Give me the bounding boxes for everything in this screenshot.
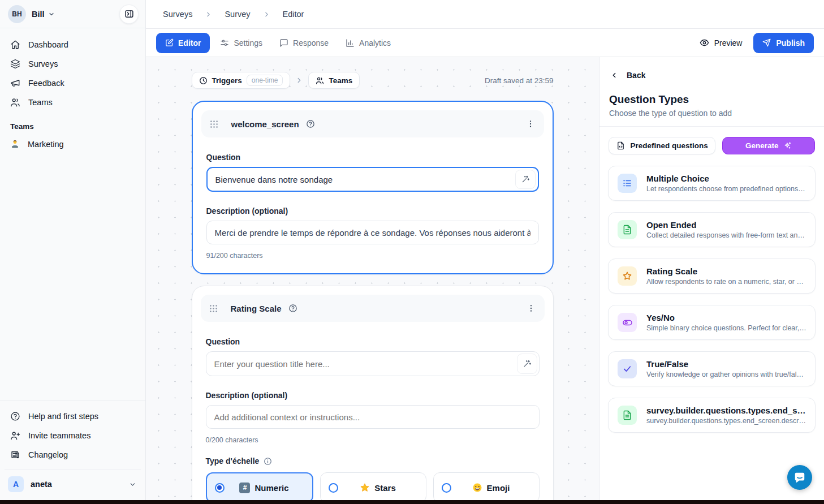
clock-icon <box>199 76 208 85</box>
chevron-left-icon <box>610 71 618 79</box>
question-type-multiple-choice[interactable]: Multiple Choice Let respondents choose f… <box>608 166 816 201</box>
question-type-open-ended[interactable]: Open Ended Collect detailed responses wi… <box>608 212 816 247</box>
publish-label: Publish <box>776 38 805 48</box>
question-card-welcome-screen[interactable]: welcome_screen Question <box>192 101 554 274</box>
users-icon <box>316 76 324 85</box>
radio-selected <box>215 483 225 493</box>
layers-icon <box>10 59 20 69</box>
app-window: BH Bill Dashboard Surv <box>0 0 824 500</box>
sidebar-nav: Dashboard Surveys Feedback Teams <box>0 28 145 112</box>
account-avatar: A <box>8 476 24 492</box>
char-counter: 0/200 characters <box>206 436 540 444</box>
workspace-switcher[interactable]: BH Bill <box>0 0 145 28</box>
sidebar-item-surveys[interactable]: Surveys <box>5 54 141 74</box>
sidebar-item-dashboard[interactable]: Dashboard <box>5 35 141 54</box>
bar-chart-icon <box>346 38 355 48</box>
scale-option-emoji[interactable]: Emoji <box>433 472 540 500</box>
scale-option-stars[interactable]: Stars <box>320 472 426 500</box>
question-type-title: Rating Scale <box>646 266 807 276</box>
sidebar-item-changelog[interactable]: Changelog <box>5 445 141 464</box>
megaphone-icon <box>10 78 20 88</box>
scale-option-numeric[interactable]: # Numeric <box>206 472 313 500</box>
description-field-label: Description (optional) <box>206 206 539 216</box>
scale-option-label: Numeric <box>254 483 288 493</box>
breadcrumb-survey[interactable]: Survey <box>225 10 250 19</box>
breadcrumb-editor[interactable]: Editor <box>283 10 304 19</box>
tab-response[interactable]: Response <box>273 33 335 53</box>
editor-toolbar: Editor Settings Response Analytics <box>146 29 824 57</box>
card-menu-button[interactable] <box>526 119 535 128</box>
question-types-panel: Back Question Types Choose the type of q… <box>599 57 824 500</box>
tab-label: Editor <box>178 38 201 48</box>
question-type-end-screen[interactable]: survey.builder.questions.types.end_scr..… <box>608 398 816 433</box>
send-icon <box>762 38 771 47</box>
sidebar-item-label: Surveys <box>28 59 58 68</box>
sidebar-item-label: Dashboard <box>28 40 68 49</box>
card-menu-button[interactable] <box>527 304 536 313</box>
question-field-label: Question <box>206 153 539 162</box>
sparkles-icon <box>783 141 792 150</box>
sidebar-collapse-button[interactable] <box>119 5 139 24</box>
question-card-title: welcome_screen <box>231 119 299 129</box>
question-type-title: True/False <box>646 359 807 369</box>
trigger-frequency-badge: one-time <box>247 75 283 86</box>
draft-status: Draft saved at 23:59 <box>485 76 554 85</box>
help-circle-icon <box>10 411 20 421</box>
predefined-questions-button[interactable]: Predefined questions <box>609 137 715 154</box>
breadcrumb: Surveys Survey Editor <box>146 0 824 29</box>
window-bottom-edge <box>0 500 824 504</box>
radio-unselected <box>442 483 451 493</box>
tab-analytics[interactable]: Analytics <box>339 33 398 53</box>
back-button[interactable]: Back <box>599 57 824 80</box>
scale-type-label: Type d'échelle <box>206 456 540 466</box>
main-area: Surveys Survey Editor Editor Setting <box>146 0 824 500</box>
question-title-input[interactable] <box>206 351 540 376</box>
triggers-chip[interactable]: Triggers one-time <box>192 72 291 89</box>
account-menu[interactable]: A aneta <box>5 469 141 500</box>
question-type-true-false[interactable]: True/False Verify knowledge or gather op… <box>608 351 816 386</box>
file-text-icon <box>618 220 637 239</box>
question-type-description: Simple binary choice questions. Perfect … <box>646 324 807 332</box>
tab-label: Analytics <box>359 38 391 48</box>
question-description-input[interactable] <box>206 405 540 429</box>
triggers-chip-label: Triggers <box>212 76 242 85</box>
question-type-description: Verify knowledge or gather opinions with… <box>646 371 807 378</box>
sidebar-team-marketing[interactable]: Marketing <box>5 135 141 153</box>
tab-editor[interactable]: Editor <box>156 33 210 53</box>
sidebar-item-feedback[interactable]: Feedback <box>5 74 141 93</box>
scale-type-options: # Numeric <box>206 472 540 500</box>
question-card-rating-scale[interactable]: Rating Scale Question <box>192 286 554 500</box>
sidebar-item-help[interactable]: Help and first steps <box>5 407 141 426</box>
teams-chip[interactable]: Teams <box>308 72 360 89</box>
breadcrumb-surveys[interactable]: Surveys <box>163 10 192 19</box>
generate-button[interactable]: Generate <box>722 137 815 154</box>
star-icon <box>618 266 637 286</box>
sidebar-item-invite[interactable]: Invite teammates <box>5 426 141 445</box>
teams-chip-label: Teams <box>329 76 352 85</box>
drag-handle-icon[interactable] <box>209 304 218 313</box>
drag-handle-icon[interactable] <box>209 119 219 129</box>
chevron-right-icon <box>295 76 303 84</box>
question-title-input[interactable] <box>206 167 539 192</box>
tab-label: Response <box>293 38 329 48</box>
chat-launcher-button[interactable] <box>787 465 812 490</box>
publish-button[interactable]: Publish <box>753 33 814 53</box>
question-description-input[interactable] <box>206 221 539 244</box>
file-code-icon <box>616 141 625 150</box>
preview-button[interactable]: Preview <box>700 38 743 48</box>
question-type-rating-scale[interactable]: Rating Scale Allow respondents to rate o… <box>608 259 816 294</box>
chat-bubble-icon <box>793 471 806 484</box>
tab-settings[interactable]: Settings <box>213 33 269 53</box>
info-circle-icon <box>264 457 272 466</box>
user-plus-icon <box>10 430 20 441</box>
list-icon <box>618 174 637 193</box>
question-type-yes-no[interactable]: Yes/No Simple binary choice questions. P… <box>608 305 816 340</box>
char-counter: 91/200 characters <box>206 252 539 260</box>
magic-wand-button[interactable] <box>515 170 536 189</box>
file-text-icon <box>618 406 637 425</box>
sidebar-item-teams[interactable]: Teams <box>5 93 141 112</box>
question-type-description: Allow respondents to rate on a numeric, … <box>646 278 807 286</box>
magic-wand-button[interactable] <box>517 354 537 374</box>
preview-label: Preview <box>714 38 743 48</box>
survey-canvas[interactable]: Triggers one-time Teams Draft sav <box>146 57 599 500</box>
